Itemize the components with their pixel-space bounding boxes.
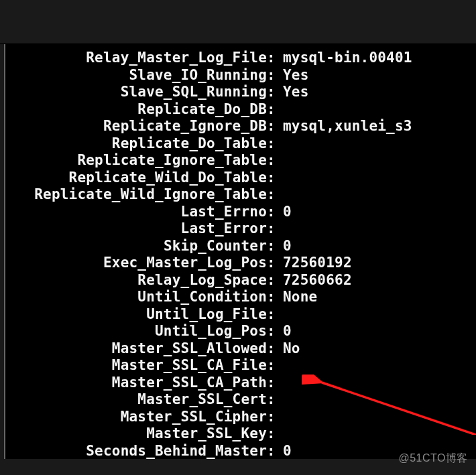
- colon-separator: :: [267, 204, 283, 221]
- status-label: Master_SSL_CA_Path: [5, 375, 267, 392]
- status-row: Relay_Log_Space:72560662: [5, 272, 476, 289]
- colon-separator: :: [267, 50, 283, 67]
- status-value: [283, 152, 476, 169]
- status-value: [283, 425, 476, 443]
- colon-separator: :: [267, 169, 283, 187]
- status-value: [283, 169, 476, 187]
- status-label: Last_Errno: [5, 204, 267, 221]
- status-value: No: [283, 340, 476, 358]
- status-label: Replicate_Ignore_DB: [5, 118, 267, 135]
- colon-separator: :: [267, 323, 283, 340]
- status-value: 72560192: [283, 255, 476, 272]
- status-label: Until_Condition: [5, 289, 267, 306]
- status-label: Replicate_Ignore_Table: [5, 152, 267, 169]
- status-row: Replicate_Do_Table:: [5, 135, 476, 153]
- status-label: Master_SSL_Key: [5, 425, 267, 443]
- status-label: Slave_IO_Running: [5, 67, 267, 84]
- terminal-frame: Relay_Master_Log_File:mysql-bin.00401Sla…: [4, 44, 476, 459]
- status-label: Master_SSL_Cipher: [5, 409, 267, 426]
- colon-separator: :: [267, 220, 283, 238]
- terminal-output: Relay_Master_Log_File:mysql-bin.00401Sla…: [5, 44, 476, 459]
- status-value: [283, 186, 476, 204]
- status-value: 0: [283, 204, 476, 221]
- status-label: Until_Log_Pos: [5, 323, 267, 340]
- status-value: [283, 135, 476, 153]
- status-row: Replicate_Wild_Do_Table:: [5, 169, 476, 187]
- status-value: [283, 357, 476, 375]
- status-row: Last_Errno:0: [5, 204, 476, 221]
- status-value: [283, 409, 476, 426]
- status-row: Slave_SQL_Running:Yes: [5, 84, 476, 101]
- status-row: Replicate_Ignore_DB:mysql,xunlei_s3: [5, 118, 476, 135]
- status-value: mysql-bin.00401: [283, 50, 476, 67]
- colon-separator: :: [267, 135, 283, 153]
- status-row: Exec_Master_Log_Pos:72560192: [5, 255, 476, 272]
- colon-separator: :: [267, 118, 283, 135]
- colon-separator: :: [267, 443, 283, 460]
- status-label: Slave_SQL_Running: [5, 84, 267, 101]
- status-row: Slave_IO_Running:Yes: [5, 67, 476, 84]
- header-bar: [0, 0, 476, 44]
- status-label: Relay_Master_Log_File: [5, 50, 267, 67]
- status-value: Yes: [283, 67, 476, 84]
- status-row: Replicate_Do_DB:: [5, 101, 476, 119]
- status-value: 0: [283, 323, 476, 340]
- status-row: Master_SSL_Allowed:No: [5, 340, 476, 358]
- status-value: 72560662: [283, 272, 476, 289]
- colon-separator: :: [267, 101, 283, 119]
- status-value: None: [283, 289, 476, 306]
- status-label: Last_Error: [5, 220, 267, 238]
- status-label: Skip_Counter: [5, 238, 267, 255]
- status-value: [283, 391, 476, 409]
- colon-separator: :: [267, 357, 283, 375]
- status-row: Master_SSL_Cipher:: [5, 409, 476, 426]
- watermark-text: @51CTO博客: [398, 452, 468, 466]
- status-row: Master_SSL_CA_File:: [5, 357, 476, 375]
- colon-separator: :: [267, 186, 283, 204]
- status-row: Until_Log_File:: [5, 306, 476, 324]
- colon-separator: :: [267, 152, 283, 169]
- status-label: Until_Log_File: [5, 306, 267, 324]
- status-label: Master_SSL_Cert: [5, 391, 267, 409]
- status-label: Seconds_Behind_Master: [5, 443, 267, 460]
- status-label: Replicate_Do_DB: [5, 101, 267, 119]
- colon-separator: :: [267, 340, 283, 358]
- status-row: Master_SSL_Cert:: [5, 391, 476, 409]
- status-value: [283, 101, 476, 119]
- status-row: Skip_Counter:0: [5, 238, 476, 255]
- colon-separator: :: [267, 272, 283, 289]
- status-value: [283, 306, 476, 324]
- status-value: 0: [283, 238, 476, 255]
- status-value: mysql,xunlei_s3: [283, 118, 476, 135]
- status-row: Replicate_Ignore_Table:: [5, 152, 476, 169]
- status-label: Replicate_Do_Table: [5, 135, 267, 153]
- status-value: [283, 375, 476, 392]
- status-value: Yes: [283, 84, 476, 101]
- status-value: [283, 220, 476, 238]
- colon-separator: :: [267, 67, 283, 84]
- colon-separator: :: [267, 409, 283, 426]
- colon-separator: :: [267, 375, 283, 392]
- status-row: Until_Condition:None: [5, 289, 476, 306]
- status-label: Master_SSL_Allowed: [5, 340, 267, 358]
- status-row: Until_Log_Pos:0: [5, 323, 476, 340]
- colon-separator: :: [267, 425, 283, 443]
- colon-separator: :: [267, 289, 283, 306]
- status-row: Master_SSL_Key:: [5, 425, 476, 443]
- colon-separator: :: [267, 238, 283, 255]
- colon-separator: :: [267, 391, 283, 409]
- colon-separator: :: [267, 84, 283, 101]
- colon-separator: :: [267, 255, 283, 272]
- status-row: Master_SSL_CA_Path:: [5, 375, 476, 392]
- status-label: Relay_Log_Space: [5, 272, 267, 289]
- status-label: Replicate_Wild_Ignore_Table: [5, 186, 267, 204]
- status-label: Exec_Master_Log_Pos: [5, 255, 267, 272]
- colon-separator: :: [267, 306, 283, 324]
- status-row: Relay_Master_Log_File:mysql-bin.00401: [5, 50, 476, 67]
- status-label: Master_SSL_CA_File: [5, 357, 267, 375]
- status-label: Replicate_Wild_Do_Table: [5, 169, 267, 187]
- status-row: Last_Error:: [5, 220, 476, 238]
- status-row: Replicate_Wild_Ignore_Table:: [5, 186, 476, 204]
